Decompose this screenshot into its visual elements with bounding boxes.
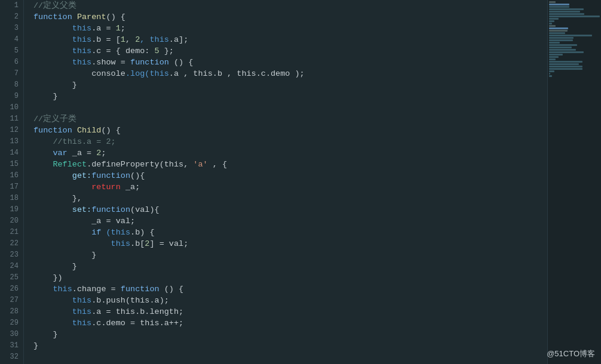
code-line: } <box>33 91 547 102</box>
line-number: 19 <box>0 204 19 215</box>
line-number: 11 <box>0 113 19 125</box>
code-area[interactable]: //定义父类function Parent() { this.a = 1; th… <box>24 0 547 364</box>
line-number: 16 <box>0 170 19 181</box>
line-number: 27 <box>0 295 19 306</box>
code-line: }) <box>33 272 547 283</box>
code-line: }, <box>33 193 547 204</box>
code-line: } <box>33 249 547 261</box>
line-number: 28 <box>0 306 19 317</box>
line-number: 15 <box>0 159 19 170</box>
line-number: 29 <box>0 317 19 329</box>
line-number: 23 <box>0 249 19 261</box>
line-number: 18 <box>0 193 19 204</box>
code-line: get:function(){ <box>33 170 547 181</box>
code-line: this.b[2] = val; <box>33 238 547 249</box>
line-number: 21 <box>0 227 19 238</box>
code-line <box>33 351 547 363</box>
code-line: this.b.push(this.a); <box>33 295 547 306</box>
line-number: 32 <box>0 351 19 363</box>
code-line: //定义子类 <box>33 113 547 125</box>
line-number: 2 <box>0 11 19 23</box>
line-number: 14 <box>0 147 19 159</box>
code-line: Reflect.defineProperty(this, 'a' , { <box>33 159 547 170</box>
line-number: 7 <box>0 68 19 79</box>
code-line: } <box>33 79 547 91</box>
code-line: return _a; <box>33 181 547 193</box>
line-number: 26 <box>0 283 19 295</box>
code-line: } <box>33 329 547 340</box>
code-line: if (this.b) { <box>33 227 547 238</box>
line-number: 10 <box>0 102 19 113</box>
code-line: } <box>33 340 547 351</box>
code-line: function Parent() { <box>33 11 547 23</box>
line-number: 13 <box>0 136 19 147</box>
code-line: this.show = function () { <box>33 57 547 68</box>
line-number: 22 <box>0 238 19 249</box>
code-line: this.a = this.b.length; <box>33 306 547 317</box>
line-number: 4 <box>0 34 19 45</box>
line-number: 3 <box>0 23 19 34</box>
code-line: set:function(val){ <box>33 204 547 215</box>
code-line: this.c = { demo: 5 }; <box>33 45 547 57</box>
code-line: function Child() { <box>33 125 547 136</box>
line-number: 24 <box>0 261 19 272</box>
line-number: 17 <box>0 181 19 193</box>
line-numbers: 1234567891011121314151617181920212223242… <box>0 0 24 364</box>
code-editor: 1234567891011121314151617181920212223242… <box>0 0 601 364</box>
code-line: console.log(this.a , this.b , this.c.dem… <box>33 68 547 79</box>
line-number: 5 <box>0 45 19 57</box>
line-number: 31 <box>0 340 19 351</box>
code-line: this.a = 1; <box>33 23 547 34</box>
line-number: 12 <box>0 125 19 136</box>
code-line: this.change = function () { <box>33 283 547 295</box>
code-line <box>33 102 547 113</box>
code-line: this.c.demo = this.a++; <box>33 317 547 329</box>
line-number: 20 <box>0 215 19 227</box>
line-number: 25 <box>0 272 19 283</box>
code-line: _a = val; <box>33 215 547 227</box>
line-number: 9 <box>0 91 19 102</box>
line-number: 1 <box>0 0 19 11</box>
watermark: @51CTO博客 <box>547 348 595 359</box>
code-line: this.b = [1, 2, this.a]; <box>33 34 547 45</box>
minimap <box>547 0 601 364</box>
line-number: 30 <box>0 329 19 340</box>
line-number: 8 <box>0 79 19 91</box>
code-line: } <box>33 261 547 272</box>
line-number: 6 <box>0 57 19 68</box>
code-line: //定义父类 <box>33 0 547 11</box>
code-line: var _a = 2; <box>33 147 547 159</box>
code-line: //this.a = 2; <box>33 136 547 147</box>
